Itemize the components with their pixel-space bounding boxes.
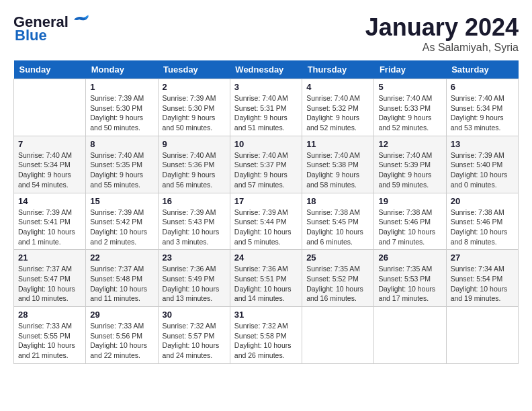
calendar-week-row: 28Sunrise: 7:33 AMSunset: 5:55 PMDayligh…: [14, 307, 519, 364]
day-info: Sunrise: 7:39 AMSunset: 5:42 PMDaylight:…: [90, 208, 153, 247]
day-number: 2: [163, 82, 226, 92]
page-header: General Blue January 2024 As Salamiyah, …: [13, 13, 519, 54]
logo: General Blue: [13, 13, 90, 44]
calendar-cell: 20Sunrise: 7:38 AMSunset: 5:46 PMDayligh…: [446, 193, 518, 250]
calendar-cell: 17Sunrise: 7:39 AMSunset: 5:44 PMDayligh…: [230, 193, 302, 250]
day-number: 28: [18, 310, 81, 320]
day-number: 7: [18, 139, 81, 149]
day-number: 24: [234, 253, 298, 263]
day-number: 6: [451, 82, 514, 92]
calendar-cell: 30Sunrise: 7:32 AMSunset: 5:57 PMDayligh…: [158, 307, 230, 364]
calendar-week-row: 14Sunrise: 7:39 AMSunset: 5:41 PMDayligh…: [14, 193, 519, 250]
weekday-header-monday: Monday: [86, 60, 158, 79]
day-info: Sunrise: 7:39 AMSunset: 5:30 PMDaylight:…: [163, 93, 226, 133]
day-number: 4: [306, 82, 369, 92]
day-info: Sunrise: 7:40 AMSunset: 5:38 PMDaylight:…: [306, 150, 369, 190]
title-section: January 2024 As Salamiyah, Syria: [365, 13, 519, 54]
calendar-cell: 29Sunrise: 7:33 AMSunset: 5:56 PMDayligh…: [86, 307, 158, 364]
day-number: 27: [451, 253, 514, 263]
calendar-cell: 9Sunrise: 7:40 AMSunset: 5:36 PMDaylight…: [158, 136, 230, 193]
day-number: 5: [378, 82, 441, 92]
month-title: January 2024: [365, 13, 519, 42]
calendar-week-row: 1Sunrise: 7:39 AMSunset: 5:30 PMDaylight…: [14, 79, 519, 136]
day-info: Sunrise: 7:37 AMSunset: 5:47 PMDaylight:…: [18, 264, 81, 304]
calendar-cell: 28Sunrise: 7:33 AMSunset: 5:55 PMDayligh…: [14, 307, 86, 364]
day-info: Sunrise: 7:40 AMSunset: 5:37 PMDaylight:…: [234, 150, 298, 190]
calendar-cell: 25Sunrise: 7:35 AMSunset: 5:52 PMDayligh…: [302, 250, 374, 307]
day-info: Sunrise: 7:39 AMSunset: 5:40 PMDaylight:…: [451, 150, 514, 190]
calendar-cell: 7Sunrise: 7:40 AMSunset: 5:34 PMDaylight…: [14, 136, 86, 193]
day-info: Sunrise: 7:34 AMSunset: 5:54 PMDaylight:…: [451, 264, 514, 304]
calendar-cell: 23Sunrise: 7:36 AMSunset: 5:49 PMDayligh…: [158, 250, 230, 307]
day-info: Sunrise: 7:40 AMSunset: 5:31 PMDaylight:…: [234, 93, 298, 133]
calendar-cell: 8Sunrise: 7:40 AMSunset: 5:35 PMDaylight…: [86, 136, 158, 193]
day-info: Sunrise: 7:32 AMSunset: 5:57 PMDaylight:…: [163, 321, 226, 361]
day-number: 14: [18, 196, 81, 206]
day-info: Sunrise: 7:40 AMSunset: 5:33 PMDaylight:…: [378, 93, 441, 133]
calendar-cell: 24Sunrise: 7:36 AMSunset: 5:51 PMDayligh…: [230, 250, 302, 307]
calendar-cell: 16Sunrise: 7:39 AMSunset: 5:43 PMDayligh…: [158, 193, 230, 250]
day-info: Sunrise: 7:36 AMSunset: 5:49 PMDaylight:…: [163, 264, 226, 304]
calendar-cell: 21Sunrise: 7:37 AMSunset: 5:47 PMDayligh…: [14, 250, 86, 307]
logo-bird-icon: [71, 14, 90, 29]
weekday-header-saturday: Saturday: [446, 60, 518, 79]
day-info: Sunrise: 7:39 AMSunset: 5:44 PMDaylight:…: [234, 208, 298, 247]
calendar-week-row: 21Sunrise: 7:37 AMSunset: 5:47 PMDayligh…: [14, 250, 519, 307]
calendar-header-row: SundayMondayTuesdayWednesdayThursdayFrid…: [14, 60, 519, 79]
day-number: 10: [234, 139, 298, 149]
day-info: Sunrise: 7:40 AMSunset: 5:34 PMDaylight:…: [451, 93, 514, 133]
day-number: 16: [163, 196, 226, 206]
day-number: 30: [163, 310, 226, 320]
day-number: 20: [451, 196, 514, 206]
calendar-cell: 22Sunrise: 7:37 AMSunset: 5:48 PMDayligh…: [86, 250, 158, 307]
weekday-header-friday: Friday: [374, 60, 446, 79]
day-number: 19: [378, 196, 441, 206]
day-info: Sunrise: 7:36 AMSunset: 5:51 PMDaylight:…: [234, 264, 298, 304]
day-info: Sunrise: 7:35 AMSunset: 5:52 PMDaylight:…: [306, 264, 369, 304]
calendar-cell: 31Sunrise: 7:32 AMSunset: 5:58 PMDayligh…: [230, 307, 302, 364]
day-info: Sunrise: 7:40 AMSunset: 5:32 PMDaylight:…: [306, 93, 369, 133]
day-info: Sunrise: 7:40 AMSunset: 5:35 PMDaylight:…: [90, 150, 153, 190]
calendar-cell: 5Sunrise: 7:40 AMSunset: 5:33 PMDaylight…: [374, 79, 446, 136]
weekday-header-wednesday: Wednesday: [230, 60, 302, 79]
day-info: Sunrise: 7:32 AMSunset: 5:58 PMDaylight:…: [234, 321, 298, 361]
calendar-cell: [374, 307, 446, 364]
calendar-cell: 2Sunrise: 7:39 AMSunset: 5:30 PMDaylight…: [158, 79, 230, 136]
weekday-header-thursday: Thursday: [302, 60, 374, 79]
day-number: 15: [90, 196, 153, 206]
calendar-cell: 18Sunrise: 7:38 AMSunset: 5:45 PMDayligh…: [302, 193, 374, 250]
day-number: 29: [90, 310, 153, 320]
day-info: Sunrise: 7:33 AMSunset: 5:55 PMDaylight:…: [18, 321, 81, 361]
day-number: 13: [451, 139, 514, 149]
day-info: Sunrise: 7:38 AMSunset: 5:46 PMDaylight:…: [451, 208, 514, 247]
calendar-cell: 26Sunrise: 7:35 AMSunset: 5:53 PMDayligh…: [374, 250, 446, 307]
calendar-cell: [14, 79, 86, 136]
calendar-cell: 13Sunrise: 7:39 AMSunset: 5:40 PMDayligh…: [446, 136, 518, 193]
day-number: 26: [378, 253, 441, 263]
calendar-cell: 10Sunrise: 7:40 AMSunset: 5:37 PMDayligh…: [230, 136, 302, 193]
day-number: 18: [306, 196, 369, 206]
calendar-cell: 11Sunrise: 7:40 AMSunset: 5:38 PMDayligh…: [302, 136, 374, 193]
day-info: Sunrise: 7:39 AMSunset: 5:30 PMDaylight:…: [90, 93, 153, 133]
day-info: Sunrise: 7:38 AMSunset: 5:45 PMDaylight:…: [306, 208, 369, 247]
calendar-cell: 6Sunrise: 7:40 AMSunset: 5:34 PMDaylight…: [446, 79, 518, 136]
calendar-cell: 4Sunrise: 7:40 AMSunset: 5:32 PMDaylight…: [302, 79, 374, 136]
day-number: 21: [18, 253, 81, 263]
calendar-week-row: 7Sunrise: 7:40 AMSunset: 5:34 PMDaylight…: [14, 136, 519, 193]
calendar-cell: 3Sunrise: 7:40 AMSunset: 5:31 PMDaylight…: [230, 79, 302, 136]
day-info: Sunrise: 7:38 AMSunset: 5:46 PMDaylight:…: [378, 208, 441, 247]
day-number: 22: [90, 253, 153, 263]
day-number: 17: [234, 196, 298, 206]
weekday-header-tuesday: Tuesday: [158, 60, 230, 79]
day-info: Sunrise: 7:39 AMSunset: 5:41 PMDaylight:…: [18, 208, 81, 247]
calendar-table: SundayMondayTuesdayWednesdayThursdayFrid…: [13, 60, 519, 364]
day-number: 3: [234, 82, 298, 92]
day-info: Sunrise: 7:40 AMSunset: 5:34 PMDaylight:…: [18, 150, 81, 190]
calendar-cell: [446, 307, 518, 364]
day-number: 23: [163, 253, 226, 263]
day-number: 8: [90, 139, 153, 149]
calendar-cell: 15Sunrise: 7:39 AMSunset: 5:42 PMDayligh…: [86, 193, 158, 250]
calendar-cell: 14Sunrise: 7:39 AMSunset: 5:41 PMDayligh…: [14, 193, 86, 250]
day-info: Sunrise: 7:33 AMSunset: 5:56 PMDaylight:…: [90, 321, 153, 361]
day-number: 9: [163, 139, 226, 149]
